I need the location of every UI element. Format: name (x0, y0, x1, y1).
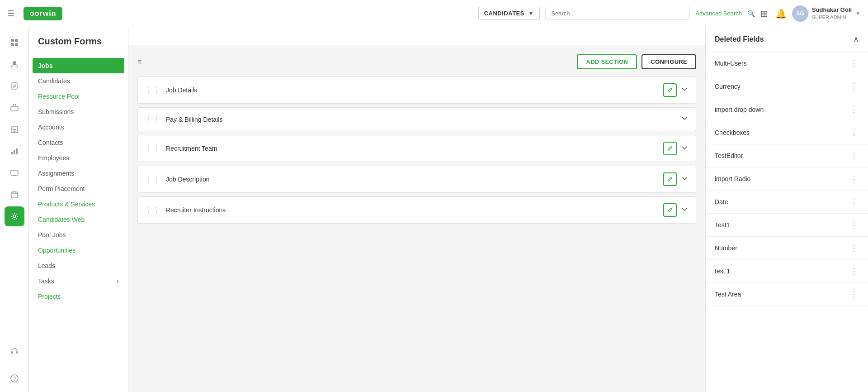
field-options-icon[interactable]: ⋮ (850, 151, 859, 161)
sidebar-icon-person[interactable] (5, 54, 24, 74)
arrow-icon: › (117, 277, 119, 285)
section-row: ⋮⋮Recruiter Instructions (137, 196, 696, 224)
main-content: ≡ ADD SECTION CONFIGURE ⋮⋮Job Details⋮⋮P… (128, 45, 705, 392)
search-input[interactable] (551, 10, 684, 17)
field-options-icon[interactable]: ⋮ (850, 105, 859, 115)
nav-item-contacts[interactable]: Contacts (29, 135, 128, 150)
search-icon[interactable]: 🔍 (747, 10, 755, 17)
collapse-panel-button[interactable]: ∧ (853, 34, 859, 44)
deleted-field-item: Test1⋮ (706, 214, 868, 237)
svg-rect-1 (15, 39, 18, 42)
svg-rect-12 (14, 129, 16, 130)
notification-icon[interactable]: 🔔 (775, 8, 787, 19)
svg-rect-17 (11, 170, 18, 175)
sidebar-icon-briefcase[interactable] (5, 98, 24, 118)
section-expand-icon[interactable] (680, 143, 689, 154)
menu-toggle-icon[interactable]: ☰ (7, 9, 14, 19)
field-options-icon[interactable]: ⋮ (850, 266, 859, 276)
nav-item-assignments[interactable]: Assignments (29, 166, 128, 181)
section-name: Job Details (166, 86, 658, 94)
field-options-icon[interactable]: ⋮ (850, 128, 859, 138)
list-view-icon[interactable]: ≡ (137, 58, 142, 66)
add-icon[interactable]: ⊞ (760, 8, 768, 19)
deleted-field-label: Currency (715, 83, 741, 90)
deleted-fields-list: Multi-Users⋮Currency⋮import drop down⋮Ch… (706, 52, 868, 306)
sidebar-icon-building[interactable] (5, 120, 24, 139)
filter-icon: ▼ (528, 10, 534, 17)
svg-rect-23 (11, 351, 13, 354)
svg-point-22 (13, 215, 16, 218)
nav-item-jobs[interactable]: Jobs (33, 58, 124, 73)
deleted-field-item: Multi-Users⋮ (706, 52, 868, 75)
edit-section-button[interactable] (663, 142, 677, 155)
nav-list: JobsCandidatesResource PoolSubmissionsAc… (29, 54, 128, 308)
section-name: Recruiter Instructions (166, 206, 658, 214)
sidebar-icon-calendar[interactable] (5, 185, 24, 205)
section-row: ⋮⋮Job Description (137, 166, 696, 193)
deleted-field-item: Checkboxes⋮ (706, 121, 868, 144)
deleted-field-item: Number⋮ (706, 237, 868, 260)
help-circle-icon: ? (10, 374, 19, 383)
nav-item-accounts[interactable]: Accounts (29, 120, 128, 135)
section-expand-icon[interactable] (680, 174, 689, 185)
edit-section-button[interactable] (663, 172, 677, 186)
nav-item-submissions[interactable]: Submissions (29, 104, 128, 120)
field-options-icon[interactable]: ⋮ (850, 197, 859, 207)
sidebar-icon-headset[interactable] (5, 341, 24, 361)
nav-item-candidates[interactable]: Candidates (29, 73, 128, 89)
section-expand-icon[interactable] (680, 205, 689, 215)
sidebar-icon-dashboard[interactable] (5, 33, 24, 53)
sidebar-icon-settings[interactable] (5, 206, 24, 226)
field-options-icon[interactable]: ⋮ (850, 174, 859, 184)
edit-section-button[interactable] (663, 83, 677, 97)
entity-selector[interactable]: CANDIDATES ▼ (478, 7, 540, 20)
nav-item-leads[interactable]: Leads (29, 258, 128, 273)
clipboard-icon (10, 81, 19, 91)
deleted-field-label: TestEditor (715, 152, 743, 159)
nav-item-resource-pool[interactable]: Resource Pool (29, 89, 128, 104)
sidebar-icon-clipboard[interactable] (5, 76, 24, 96)
nav-icons: ⊞ 🔔 (760, 8, 787, 19)
deleted-field-label: import drop down (715, 106, 764, 113)
drag-handle-icon[interactable]: ⋮⋮ (145, 86, 160, 95)
nav-item-perm-placement[interactable]: Perm Placement (29, 181, 128, 196)
briefcase-icon (10, 103, 19, 112)
field-options-icon[interactable]: ⋮ (850, 243, 859, 253)
edit-section-button[interactable] (663, 203, 677, 217)
svg-rect-5 (12, 83, 17, 89)
sidebar-icon-chart[interactable] (5, 141, 24, 161)
deleted-field-label: Number (715, 244, 737, 252)
section-expand-icon[interactable] (680, 85, 689, 96)
nav-item-pool-jobs[interactable]: Pool Jobs (29, 227, 128, 243)
field-options-icon[interactable]: ⋮ (850, 220, 859, 230)
drag-handle-icon[interactable]: ⋮⋮ (145, 206, 160, 215)
field-options-icon[interactable]: ⋮ (850, 289, 859, 299)
sections-list: ⋮⋮Job Details⋮⋮Pay & Billing Details⋮⋮Re… (137, 76, 696, 224)
user-area[interactable]: SG Sudhakar Goli SUPER ADMIN ▼ (792, 5, 861, 22)
sidebar-icon-help[interactable]: ? (5, 368, 24, 388)
nav-item-products-&-services[interactable]: Products & Services (29, 196, 128, 212)
advanced-search-link[interactable]: Advanced Search (695, 10, 742, 17)
drag-handle-icon[interactable]: ⋮⋮ (145, 144, 160, 153)
deleted-field-label: Date (715, 198, 728, 206)
drag-handle-icon[interactable]: ⋮⋮ (145, 115, 160, 124)
chart-icon (10, 147, 19, 156)
field-options-icon[interactable]: ⋮ (850, 58, 859, 68)
deleted-field-item: Test Area⋮ (706, 283, 868, 306)
configure-button[interactable]: CONFIGURE (642, 54, 696, 69)
section-actions (663, 172, 689, 186)
building-icon (10, 125, 19, 134)
drag-handle-icon[interactable]: ⋮⋮ (145, 175, 160, 184)
sidebar-icon-message[interactable] (5, 163, 24, 183)
nav-item-opportunities[interactable]: Opportunities (29, 243, 128, 258)
nav-item-employees[interactable]: Employees (29, 150, 128, 166)
svg-rect-3 (15, 43, 18, 46)
logo: oorwin (24, 7, 62, 20)
field-options-icon[interactable]: ⋮ (850, 81, 859, 91)
section-expand-icon[interactable] (680, 114, 689, 124)
nav-item-tasks[interactable]: Tasks› (29, 273, 128, 289)
add-section-button[interactable]: ADD SECTION (577, 54, 637, 69)
nav-item-projects[interactable]: Projects (29, 289, 128, 304)
nav-item-candidates-web[interactable]: Candidates Web (29, 212, 128, 227)
user-dropdown-icon[interactable]: ▼ (855, 10, 861, 17)
